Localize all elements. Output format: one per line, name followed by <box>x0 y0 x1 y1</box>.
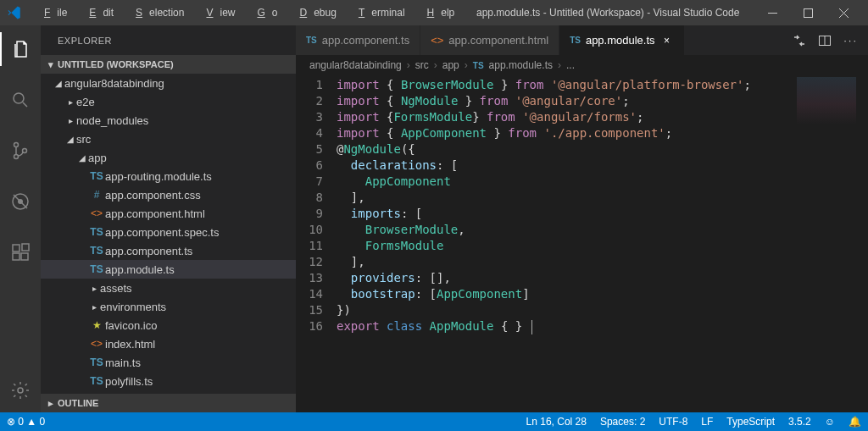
typescript-icon: TS <box>306 36 317 45</box>
tab-label: app.component.ts <box>322 34 409 47</box>
close-tab-icon[interactable]: × <box>660 35 674 47</box>
maximize-button[interactable] <box>790 0 826 25</box>
debug-icon[interactable] <box>0 185 41 218</box>
html-icon: <> <box>431 34 443 47</box>
file-label: favicon.ico <box>105 319 157 332</box>
status-encoding[interactable]: UTF-8 <box>659 416 687 428</box>
search-icon[interactable] <box>0 83 41 117</box>
folder-assets[interactable]: ▸assets <box>41 279 296 297</box>
code-content[interactable]: import { BrowserModule } from '@angular/… <box>337 75 868 412</box>
minimize-button[interactable] <box>754 0 790 25</box>
explorer-sidebar: EXPLORER ▾UNTITLED (WORKSPACE) ◢angular8… <box>41 25 296 412</box>
split-editor-icon[interactable] <box>818 34 832 47</box>
typescript-icon: TS <box>88 245 105 257</box>
breadcrumb-item[interactable]: angular8databinding <box>309 59 402 71</box>
file-tree: ◢angular8databinding ▸e2e ▸node_modules … <box>41 74 296 390</box>
folder-label: environments <box>100 301 166 313</box>
feedback-icon[interactable]: ☺ <box>825 416 835 428</box>
editor-group: TSapp.component.ts <>app.component.html … <box>296 25 868 412</box>
file-favicon[interactable]: ★favicon.ico <box>41 316 296 334</box>
menu-selection[interactable]: Selection <box>122 3 191 22</box>
typescript-icon: TS <box>88 226 105 238</box>
chevron-right-icon: ▸ <box>88 302 100 312</box>
tab-app-component-ts[interactable]: TSapp.component.ts <box>296 25 420 55</box>
chevron-down-icon: ◢ <box>76 153 88 163</box>
close-button[interactable] <box>826 0 861 25</box>
more-actions-icon[interactable]: ··· <box>843 34 858 47</box>
folder-e2e[interactable]: ▸e2e <box>41 92 296 111</box>
folder-label: angular8databinding <box>64 77 164 90</box>
file-app-component-css[interactable]: #app.component.css <box>41 185 296 204</box>
status-language[interactable]: TypeScript <box>726 416 775 428</box>
menu-help[interactable]: Help <box>414 3 462 22</box>
status-problems[interactable]: ⊗ 0 ▲ 0 <box>7 416 45 428</box>
typescript-icon: TS <box>88 263 105 275</box>
file-label: app.component.css <box>105 189 201 202</box>
svg-point-3 <box>14 143 19 147</box>
typescript-icon: TS <box>88 375 105 387</box>
breadcrumb-item[interactable]: src <box>415 59 429 71</box>
text-cursor <box>531 320 532 334</box>
svg-rect-9 <box>13 253 19 260</box>
chevron-right-icon: ▸ <box>64 116 76 125</box>
breadcrumbs[interactable]: angular8databinding› src› app› TSapp.mod… <box>296 55 868 75</box>
folder-root[interactable]: ◢angular8databinding <box>41 74 296 92</box>
minimap[interactable] <box>797 77 856 145</box>
editor-tabs: TSapp.component.ts <>app.component.html … <box>296 25 868 55</box>
menu-debug[interactable]: Debug <box>287 3 343 22</box>
breadcrumb-item[interactable]: app <box>442 59 459 71</box>
typescript-icon: TS <box>88 356 105 368</box>
file-main-ts[interactable]: TSmain.ts <box>41 353 296 372</box>
typescript-icon: TS <box>88 170 105 182</box>
menu-go[interactable]: Go <box>243 3 284 22</box>
file-index-html[interactable]: <>index.html <box>41 334 296 353</box>
breadcrumb-item[interactable]: ... <box>566 59 575 71</box>
file-label: app.module.ts <box>105 263 175 276</box>
svg-point-12 <box>18 388 23 393</box>
status-indentation[interactable]: Spaces: 2 <box>600 416 645 428</box>
outline-section-header[interactable]: ▸OUTLINE <box>41 394 296 412</box>
file-label: index.html <box>105 338 155 351</box>
status-bar: ⊗ 0 ▲ 0 Ln 16, Col 28 Spaces: 2 UTF-8 LF… <box>0 412 868 431</box>
titlebar: File Edit Selection View Go Debug Termin… <box>0 0 868 25</box>
tab-label: app.module.ts <box>586 34 655 47</box>
notifications-icon[interactable]: 🔔 <box>849 416 861 428</box>
menu-terminal[interactable]: Terminal <box>345 3 412 22</box>
breadcrumb-item[interactable]: app.module.ts <box>489 59 553 71</box>
svg-rect-1 <box>804 8 812 17</box>
folder-src[interactable]: ◢src <box>41 130 296 148</box>
file-label: app.component.html <box>105 207 205 220</box>
menu-edit[interactable]: Edit <box>75 3 120 22</box>
file-polyfills-ts[interactable]: TSpolyfills.ts <box>41 372 296 390</box>
file-label: app-routing.module.ts <box>105 170 212 183</box>
file-app-component-spec[interactable]: TSapp.component.spec.ts <box>41 223 296 241</box>
explorer-icon[interactable] <box>0 32 41 66</box>
status-eol[interactable]: LF <box>701 416 713 428</box>
file-app-component-ts[interactable]: TSapp.component.ts <box>41 241 296 260</box>
folder-app[interactable]: ◢app <box>41 148 296 167</box>
settings-gear-icon[interactable] <box>0 373 41 407</box>
status-ts-version[interactable]: 3.5.2 <box>788 416 811 428</box>
tab-app-module-ts[interactable]: TSapp.module.ts× <box>559 25 684 55</box>
source-control-icon[interactable] <box>0 134 41 168</box>
menu-file[interactable]: File <box>31 3 74 22</box>
menu-view[interactable]: View <box>192 3 242 22</box>
status-cursor-position[interactable]: Ln 16, Col 28 <box>526 416 587 428</box>
typescript-icon: TS <box>570 36 581 45</box>
line-numbers: 12345678910111213141516 <box>296 75 337 412</box>
folder-label: src <box>76 133 91 146</box>
workspace-section-header[interactable]: ▾UNTITLED (WORKSPACE) <box>41 55 296 74</box>
compare-changes-icon[interactable] <box>793 34 806 47</box>
favicon-icon: ★ <box>88 319 105 331</box>
folder-environments[interactable]: ▸environments <box>41 297 296 316</box>
file-app-module-ts[interactable]: TSapp.module.ts <box>41 260 296 279</box>
tab-app-component-html[interactable]: <>app.component.html <box>420 25 559 55</box>
chevron-down-icon: ◢ <box>53 79 64 88</box>
folder-node-modules[interactable]: ▸node_modules <box>41 111 296 130</box>
extensions-icon[interactable] <box>0 235 41 269</box>
html-icon: <> <box>88 338 105 350</box>
code-editor[interactable]: 12345678910111213141516 import { Browser… <box>296 75 868 412</box>
file-app-component-html[interactable]: <>app.component.html <box>41 204 296 223</box>
chevron-down-icon: ◢ <box>64 135 76 144</box>
file-app-routing[interactable]: TSapp-routing.module.ts <box>41 167 296 185</box>
